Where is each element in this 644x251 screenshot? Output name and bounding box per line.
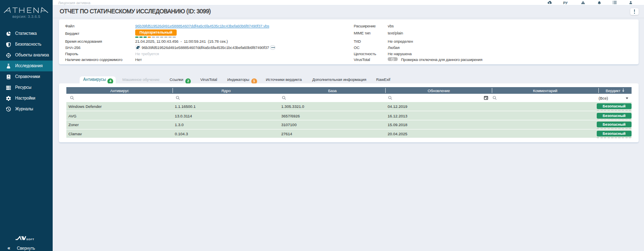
svg-text:SOFT: SOFT	[27, 238, 34, 241]
